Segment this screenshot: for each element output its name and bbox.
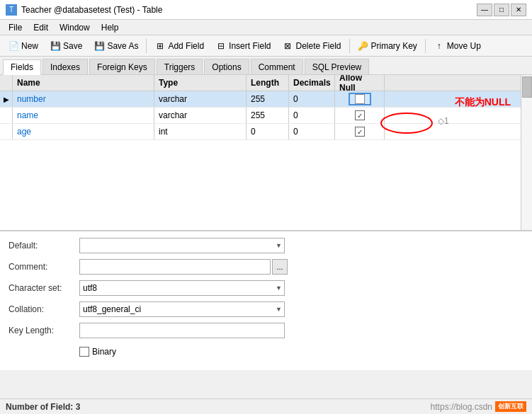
allow-null-checkbox[interactable] (355, 127, 365, 137)
cell-length: 0 (247, 124, 289, 139)
toolbar: 📄 New 💾 Save 💾 Save As ⊞ Add Field ⊟ Ins… (0, 35, 532, 57)
annotation-text: 不能为NULL (455, 96, 511, 109)
menu-file[interactable]: File (3, 21, 28, 34)
table-area: Name Type Length Decimals Allow Null ▶ n… (0, 75, 532, 231)
allow-null-checkbox[interactable] (355, 110, 365, 120)
tab-fields[interactable]: Fields (3, 59, 41, 75)
table-row[interactable]: ▶ number varchar 255 0 (0, 91, 532, 108)
title-bar: T Teacher @databasetest (Test) - Table —… (0, 0, 532, 20)
cell-type: int (154, 124, 247, 139)
save-button[interactable]: 💾 Save (45, 38, 87, 54)
add-field-icon: ⊞ (154, 40, 166, 52)
allow-null-checkbox-highlighted[interactable] (349, 93, 371, 105)
default-input[interactable] (79, 238, 285, 253)
cell-decimals: 0 (289, 91, 335, 107)
add-field-button[interactable]: ⊞ Add Field (149, 38, 209, 54)
col-header-length: Length (247, 75, 289, 91)
col-header-decimals: Decimals (289, 75, 335, 91)
cell-name: number (13, 91, 154, 107)
comment-input[interactable] (79, 259, 271, 275)
tab-options[interactable]: Options (204, 59, 249, 74)
table-header: Name Type Length Decimals Allow Null (0, 75, 532, 91)
menu-edit[interactable]: Edit (28, 21, 54, 34)
cell-allownull[interactable] (335, 108, 385, 123)
window-title: Teacher @databasetest (Test) - Table (21, 5, 162, 15)
comment-ellipsis-button[interactable]: ... (272, 259, 288, 275)
delete-field-icon: ⊠ (282, 40, 293, 52)
prop-label-keylength: Key Length: (9, 326, 79, 335)
tab-foreign-keys[interactable]: Foreign Keys (89, 59, 155, 74)
properties-area: Default: Comment: ... Character set: utf… (0, 231, 532, 370)
col-header-allownull: Allow Null (335, 75, 385, 91)
cell-type: varchar (154, 108, 247, 123)
separator-3 (425, 39, 426, 53)
brand-logo: 创新互联 (495, 401, 526, 412)
delete-field-button[interactable]: ⊠ Delete Field (277, 38, 346, 54)
col-header-type: Type (154, 75, 247, 91)
table-row[interactable]: name varchar 255 0 (0, 108, 532, 124)
col-header-name: Name (13, 75, 154, 91)
move-up-button[interactable]: ↑ Move Up (429, 38, 486, 54)
close-button[interactable]: ✕ (511, 4, 526, 16)
tab-bar: Fields Indexes Foreign Keys Triggers Opt… (0, 57, 532, 75)
save-icon: 💾 (50, 40, 61, 52)
status-field-count: Number of Field: 3 (6, 402, 80, 412)
prop-label-charset: Character set: (9, 283, 79, 293)
binary-label: Binary (92, 347, 116, 357)
window-controls: — □ ✕ (477, 4, 526, 16)
status-bar: Number of Field: 3 https://blog.csdn 创新互… (0, 398, 532, 414)
cell-allownull[interactable] (335, 91, 385, 107)
prop-row-comment: Comment: ... (9, 258, 523, 275)
vertical-scrollbar[interactable] (521, 75, 532, 230)
charset-select[interactable]: utf8 (79, 280, 285, 296)
cell-length: 255 (247, 108, 289, 123)
cell-type: varchar (154, 91, 247, 107)
prop-label-comment: Comment: (9, 262, 79, 272)
app-icon: T (6, 4, 17, 16)
row-selector-header (0, 75, 13, 91)
cell-allownull[interactable] (335, 124, 385, 139)
separator-2 (349, 39, 350, 53)
charset-select-wrapper: utf8 (79, 280, 285, 296)
prop-row-default: Default: (9, 237, 523, 254)
cell-decimals: 0 (289, 108, 335, 123)
scrollbar-thumb[interactable] (522, 76, 532, 98)
status-url: https://blog.csdn (431, 402, 492, 412)
save-as-button[interactable]: 💾 Save As (89, 38, 143, 54)
tab-indexes[interactable]: Indexes (43, 59, 88, 74)
insert-field-icon: ⊟ (215, 40, 227, 52)
prop-row-keylength: Key Length: (9, 322, 523, 339)
cell-decimals: 0 (289, 124, 335, 139)
collation-select[interactable]: utf8_general_ci (79, 301, 285, 317)
primary-key-button[interactable]: 🔑 Primary Key (353, 38, 422, 54)
table-row[interactable]: age int 0 0 (0, 124, 532, 140)
collation-select-wrapper: utf8_general_ci (79, 301, 285, 317)
menu-help[interactable]: Help (96, 21, 125, 34)
tab-triggers[interactable]: Triggers (157, 59, 203, 74)
move-up-icon: ↑ (434, 40, 445, 52)
tab-sql-preview[interactable]: SQL Preview (305, 59, 370, 74)
cell-name: age (13, 124, 154, 139)
menu-window[interactable]: Window (54, 21, 96, 34)
keylength-input[interactable] (79, 323, 285, 338)
binary-checkbox[interactable] (79, 347, 89, 357)
maximize-button[interactable]: □ (494, 4, 509, 16)
row-indicator (0, 108, 13, 123)
insert-field-button[interactable]: ⊟ Insert Field (210, 38, 276, 54)
row-indicator (0, 124, 13, 139)
status-right: https://blog.csdn 创新互联 (431, 401, 526, 412)
save-as-icon: 💾 (94, 40, 105, 52)
tab-comment[interactable]: Comment (251, 59, 303, 74)
prop-row-charset: Character set: utf8 (9, 280, 523, 297)
annotation-number: ◇1 (438, 116, 449, 126)
menu-bar: File Edit Window Help (0, 20, 532, 35)
primary-key-icon: 🔑 (358, 40, 369, 52)
prop-row-binary: Binary (9, 343, 523, 360)
minimize-button[interactable]: — (477, 4, 492, 16)
row-indicator: ▶ (0, 91, 13, 107)
new-icon: 📄 (8, 40, 19, 52)
checkbox-inner (355, 94, 365, 104)
separator-1 (146, 39, 147, 53)
new-button[interactable]: 📄 New (3, 38, 43, 54)
cell-name: name (13, 108, 154, 123)
